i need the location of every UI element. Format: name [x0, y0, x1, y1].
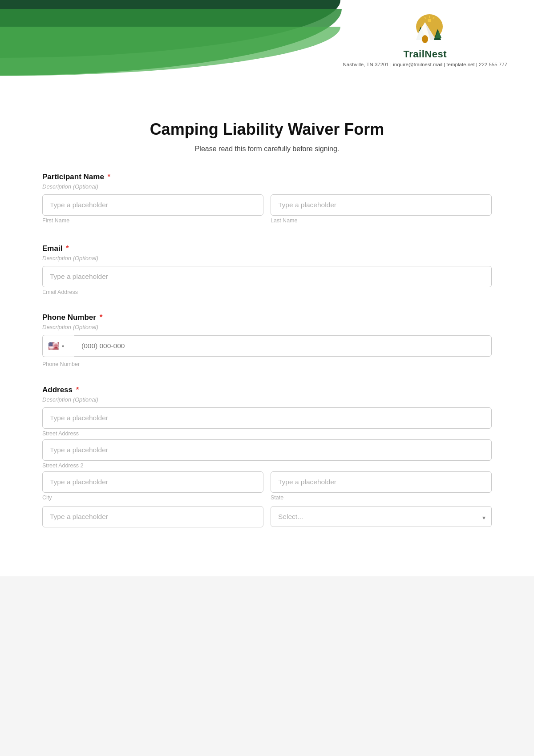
chevron-down-icon: ▾ — [62, 344, 64, 349]
section-email: Email * Description (Optional) Email Add… — [42, 244, 492, 295]
first-name-input[interactable] — [42, 194, 263, 216]
form-title: Camping Liability Waiver Form — [42, 120, 492, 139]
street-address-sublabel: Street Address — [42, 430, 492, 437]
description-phone: Description (Optional) — [42, 324, 492, 330]
last-name-sublabel: Last Name — [271, 217, 492, 224]
svg-point-8 — [428, 19, 431, 22]
required-star-address: * — [76, 386, 79, 394]
logo-icon — [405, 13, 445, 47]
street-address2-sublabel: Street Address 2 — [42, 462, 492, 469]
required-star: * — [108, 173, 111, 181]
city-sublabel: City — [42, 495, 263, 501]
page-header: TrailNest Nashville, TN 37201 | inquire@… — [0, 0, 534, 98]
phone-row: 🇺🇸 ▾ — [42, 335, 492, 357]
phone-sublabel: Phone Number — [42, 361, 80, 367]
email-sublabel: Email Address — [42, 289, 492, 295]
required-star-phone: * — [100, 313, 103, 322]
last-name-wrap: Last Name — [271, 194, 492, 224]
city-state-row: City State — [42, 471, 492, 503]
email-wrap: Email Address — [42, 266, 492, 295]
last-name-input[interactable] — [271, 194, 492, 216]
state-input[interactable] — [271, 471, 492, 493]
form-subtitle: Please read this form carefully before s… — [42, 145, 492, 153]
section-label-participant-name: Participant Name * — [42, 173, 492, 181]
name-input-row: First Name Last Name — [42, 194, 492, 226]
country-select-wrap: Select... United States Canada Other — [271, 506, 492, 529]
section-label-address: Address * — [42, 386, 492, 394]
description-email: Description (Optional) — [42, 255, 492, 261]
city-input[interactable] — [42, 471, 263, 493]
country-select[interactable]: Select... United States Canada Other — [271, 506, 492, 527]
phone-country-selector[interactable]: 🇺🇸 ▾ — [42, 335, 74, 357]
svg-point-5 — [422, 35, 428, 43]
us-flag-icon: 🇺🇸 — [48, 341, 59, 351]
logo-contact: Nashville, TN 37201 | inquire@trailnest.… — [343, 62, 507, 67]
section-label-phone: Phone Number * — [42, 313, 492, 322]
first-name-wrap: First Name — [42, 194, 263, 224]
phone-number-input[interactable] — [74, 335, 492, 357]
state-wrap: State — [271, 471, 492, 501]
first-name-sublabel: First Name — [42, 217, 263, 224]
state-sublabel: State — [271, 495, 492, 501]
section-label-email: Email * — [42, 244, 492, 253]
required-star-email: * — [66, 244, 69, 253]
street-address-input[interactable] — [42, 407, 492, 429]
logo-name: TrailNest — [343, 48, 507, 60]
section-participant-name: Participant Name * Description (Optional… — [42, 173, 492, 226]
street-address-wrap: Street Address — [42, 407, 492, 437]
form-main: Camping Liability Waiver Form Please rea… — [0, 98, 534, 576]
zip-wrap — [42, 506, 263, 529]
email-input[interactable] — [42, 266, 492, 287]
zip-input[interactable] — [42, 506, 263, 527]
logo-area: TrailNest Nashville, TN 37201 | inquire@… — [343, 13, 507, 67]
description-participant-name: Description (Optional) — [42, 183, 492, 190]
section-phone: Phone Number * Description (Optional) 🇺🇸… — [42, 313, 492, 368]
city-wrap: City — [42, 471, 263, 501]
description-address: Description (Optional) — [42, 396, 492, 403]
street-address2-input[interactable] — [42, 439, 492, 461]
street-address2-wrap: Street Address 2 — [42, 439, 492, 469]
section-address: Address * Description (Optional) Street … — [42, 386, 492, 532]
zip-country-row: Select... United States Canada Other — [42, 506, 492, 532]
